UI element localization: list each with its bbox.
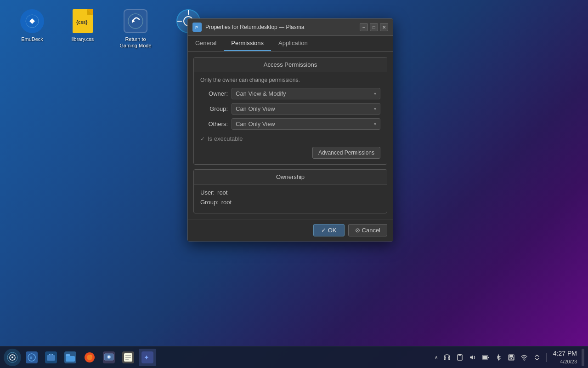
tray-wifi-icon[interactable] (519, 352, 530, 363)
owner-select-value: Can View & Modify (236, 90, 286, 97)
executable-row: ✓ Is executable (200, 133, 380, 144)
ownership-group-row: Group: root (200, 199, 380, 206)
svg-point-4 (128, 14, 143, 29)
svg-point-16 (11, 356, 13, 358)
return-gaming-label: Return toGaming Mode (119, 36, 151, 49)
taskbar: ≡ (0, 346, 588, 368)
ownership-body: User: root Group: root (194, 184, 387, 213)
desktop-icon-library-css[interactable]: {css} library.css (64, 9, 101, 49)
cancel-label: Cancel (362, 227, 380, 234)
others-select[interactable]: Can Only View ▾ (232, 118, 380, 130)
clock-date: 4/20/23 (553, 358, 577, 365)
dialog-footer: ✓ OK ⊘ Cancel (188, 219, 393, 241)
svg-rect-39 (458, 354, 461, 356)
tab-general[interactable]: General (188, 36, 224, 51)
permissions-note: Only the owner can change permissions. (200, 77, 380, 83)
taskbar-files-button[interactable] (62, 349, 79, 366)
group-permission-row: Group: Can Only View ▾ (200, 103, 380, 115)
emudeck-icon (20, 9, 44, 33)
svg-text:✦: ✦ (144, 354, 149, 361)
tray-headphones-icon[interactable] (441, 352, 452, 363)
dialog-titlebar: P Properties for Return.desktop — Plasma… (188, 19, 393, 36)
ownership-user-value: root (217, 189, 227, 196)
svg-rect-21 (47, 355, 55, 361)
svg-rect-43 (488, 357, 489, 358)
desktop-icons-container: EmuDeck {css} library.css Return toGa (14, 9, 207, 49)
owner-permission-row: Owner: Can View & Modify ▾ (200, 88, 380, 99)
ownership-user-row: User: root (200, 189, 380, 196)
emudeck-label: EmuDeck (21, 36, 43, 42)
cancel-button[interactable]: ⊘ Cancel (348, 224, 387, 236)
svg-text:{css}: {css} (76, 20, 88, 25)
ownership-group-label: Group: (200, 199, 219, 206)
owner-select[interactable]: Can View & Modify ▾ (232, 88, 380, 99)
dialog-app-icon: P (192, 23, 202, 32)
library-css-label: library.css (72, 36, 94, 42)
ownership-section: Ownership User: root Group: root (193, 169, 387, 213)
svg-text:≡: ≡ (30, 355, 33, 360)
tray-divider (546, 353, 547, 362)
advanced-permissions-button[interactable]: Advanced Permissions (312, 147, 380, 159)
executable-check-icon: ✓ (200, 136, 205, 142)
svg-text:P: P (195, 25, 198, 30)
taskbar-left: ≡ (4, 349, 156, 366)
tray-battery-icon[interactable] (480, 352, 491, 363)
ownership-group-value: root (221, 199, 232, 206)
taskbar-clock[interactable]: 4:27 PM 4/20/23 (553, 349, 577, 365)
taskbar-firefox-button[interactable] (81, 349, 98, 366)
svg-rect-42 (483, 356, 487, 359)
dialog-tabs: General Permissions Application (188, 36, 393, 52)
desktop-icon-return-gaming[interactable]: Return toGaming Mode (115, 9, 156, 49)
access-permissions-title: Access Permissions (194, 58, 387, 72)
svg-point-47 (510, 358, 512, 359)
ok-button[interactable]: ✓ OK (313, 224, 345, 236)
svg-rect-24 (66, 356, 75, 362)
svg-marker-40 (470, 355, 473, 360)
taskbar-right: ∧ (433, 349, 584, 366)
taskbar-plasma-active-button[interactable]: ✦ (139, 349, 156, 366)
group-select[interactable]: Can Only View ▾ (232, 103, 380, 115)
close-button[interactable]: ✕ (380, 23, 388, 31)
desktop-icon-emudeck[interactable]: EmuDeck (14, 9, 51, 49)
minimize-button[interactable]: − (360, 23, 368, 31)
maximize-button[interactable]: □ (370, 23, 378, 31)
others-select-value: Can Only View (236, 121, 275, 127)
svg-rect-45 (509, 355, 513, 357)
show-desktop-button[interactable] (582, 349, 584, 366)
properties-dialog: P Properties for Return.desktop — Plasma… (187, 18, 393, 242)
executable-label: Is executable (208, 135, 243, 142)
tray-expand-button[interactable]: ∧ (433, 354, 440, 361)
owner-label: Owner: (200, 90, 228, 97)
tray-volume-icon[interactable] (467, 352, 478, 363)
taskbar-screenshot-button[interactable] (100, 349, 118, 366)
access-permissions-section: Access Permissions Only the owner can ch… (193, 57, 387, 165)
svg-marker-2 (87, 9, 93, 15)
tray-bluetooth-icon[interactable] (493, 352, 504, 363)
dialog-controls: − □ ✕ (360, 23, 388, 31)
tray-clipboard-icon[interactable] (454, 352, 465, 363)
taskbar-store-button[interactable] (42, 349, 60, 366)
ok-label: OK (328, 227, 337, 234)
cancel-icon: ⊘ (355, 227, 360, 234)
group-select-value: Can Only View (236, 105, 275, 112)
tray-save-icon[interactable] (506, 352, 517, 363)
dialog-title-text: Properties for Return.desktop — Plasma (205, 24, 304, 30)
ownership-user-label: User: (200, 189, 215, 196)
group-chevron-icon: ▾ (374, 106, 376, 111)
tab-application[interactable]: Application (271, 36, 315, 51)
tab-permissions[interactable]: Permissions (224, 36, 271, 51)
svg-point-48 (524, 360, 525, 361)
owner-chevron-icon: ▾ (374, 91, 376, 96)
advanced-btn-row: Advanced Permissions (200, 144, 380, 160)
tray-expand-arrows-icon[interactable] (531, 352, 543, 363)
clock-time: 4:27 PM (553, 349, 577, 358)
dialog-content: Access Permissions Only the owner can ch… (188, 52, 393, 219)
library-css-icon: {css} (73, 9, 93, 33)
taskbar-steam-button[interactable] (4, 349, 21, 366)
group-label: Group: (200, 105, 228, 112)
taskbar-discover-button[interactable]: ≡ (23, 349, 40, 366)
taskbar-notes-button[interactable] (119, 349, 137, 366)
ownership-title: Ownership (194, 170, 387, 184)
others-chevron-icon: ▾ (374, 121, 376, 126)
others-permission-row: Others: Can Only View ▾ (200, 118, 380, 130)
